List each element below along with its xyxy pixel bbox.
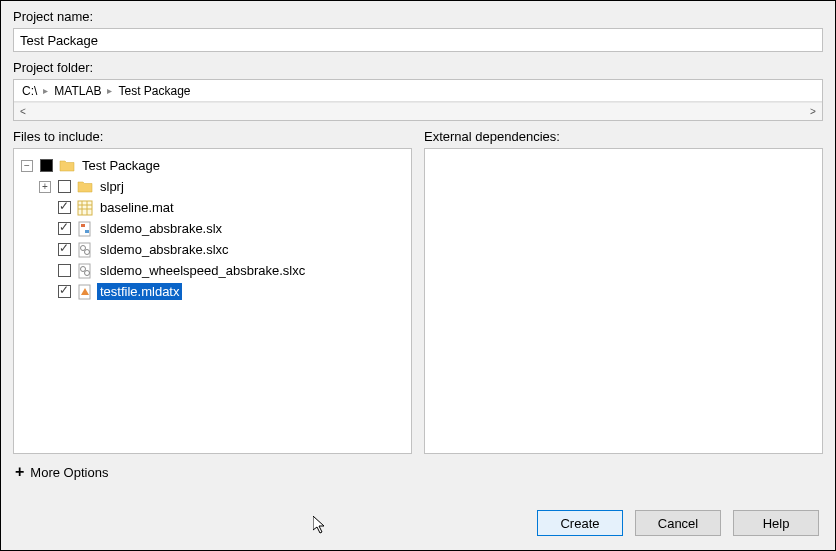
tree-item-label: Test Package (79, 157, 163, 174)
tree-item-label-selected: testfile.mldatx (97, 283, 182, 300)
tree-row[interactable]: sldemo_wheelspeed_absbrake.slxc (18, 260, 407, 281)
checkbox-root[interactable] (40, 159, 53, 172)
mldatx-file-icon (77, 284, 93, 300)
svg-rect-7 (85, 230, 89, 233)
slx-file-icon (77, 221, 93, 237)
tree-item-label: baseline.mat (97, 199, 177, 216)
svg-rect-0 (78, 201, 92, 215)
tree-item-label: slprj (97, 178, 127, 195)
project-name-input[interactable] (13, 28, 823, 52)
folder-icon (59, 158, 75, 174)
plus-icon: + (15, 464, 24, 480)
external-dependencies-label: External dependencies: (424, 129, 823, 144)
tree-item-label: sldemo_wheelspeed_absbrake.slxc (97, 262, 308, 279)
tree-row[interactable]: + slprj (18, 176, 407, 197)
tree-row[interactable]: baseline.mat (18, 197, 407, 218)
create-button[interactable]: Create (537, 510, 623, 536)
slxc-file-icon (77, 263, 93, 279)
chevron-right-icon: ▸ (107, 85, 112, 96)
mat-file-icon (77, 200, 93, 216)
more-options-toggle[interactable]: + More Options (13, 454, 823, 484)
collapse-icon[interactable]: − (21, 160, 33, 172)
tree-row[interactable]: sldemo_absbrake.slxc (18, 239, 407, 260)
svg-rect-6 (81, 224, 85, 227)
checkbox[interactable] (58, 201, 71, 214)
more-options-label: More Options (30, 465, 108, 480)
checkbox[interactable] (58, 222, 71, 235)
breadcrumb-seg-testpackage[interactable]: Test Package (118, 84, 190, 98)
cancel-button[interactable]: Cancel (635, 510, 721, 536)
horizontal-scrollbar[interactable]: < > (14, 102, 822, 120)
folder-icon (77, 179, 93, 195)
expand-icon[interactable]: + (39, 181, 51, 193)
checkbox[interactable] (58, 243, 71, 256)
scroll-left-arrow[interactable]: < (14, 103, 32, 121)
checkbox[interactable] (58, 180, 71, 193)
tree-item-label: sldemo_absbrake.slxc (97, 241, 232, 258)
breadcrumb-root[interactable]: C:\ (22, 84, 37, 98)
breadcrumb[interactable]: C:\ ▸ MATLAB ▸ Test Package (14, 80, 822, 102)
tree-row[interactable]: testfile.mldatx (18, 281, 407, 302)
files-to-include-label: Files to include: (13, 129, 412, 144)
cursor-icon (313, 516, 329, 536)
tree-row[interactable]: sldemo_absbrake.slx (18, 218, 407, 239)
scroll-right-arrow[interactable]: > (804, 103, 822, 121)
tree-row-root[interactable]: − Test Package (18, 155, 407, 176)
breadcrumb-seg-matlab[interactable]: MATLAB (54, 84, 101, 98)
project-folder-box: C:\ ▸ MATLAB ▸ Test Package < > (13, 79, 823, 121)
checkbox[interactable] (58, 264, 71, 277)
create-project-dialog: Project name: Project folder: C:\ ▸ MATL… (0, 0, 836, 551)
external-dependencies-list[interactable] (424, 148, 823, 454)
chevron-right-icon: ▸ (43, 85, 48, 96)
project-folder-label: Project folder: (13, 60, 823, 75)
files-tree[interactable]: − Test Package + slprj (13, 148, 412, 454)
help-button[interactable]: Help (733, 510, 819, 536)
slxc-file-icon (77, 242, 93, 258)
checkbox[interactable] (58, 285, 71, 298)
project-name-label: Project name: (13, 9, 823, 24)
tree-item-label: sldemo_absbrake.slx (97, 220, 225, 237)
